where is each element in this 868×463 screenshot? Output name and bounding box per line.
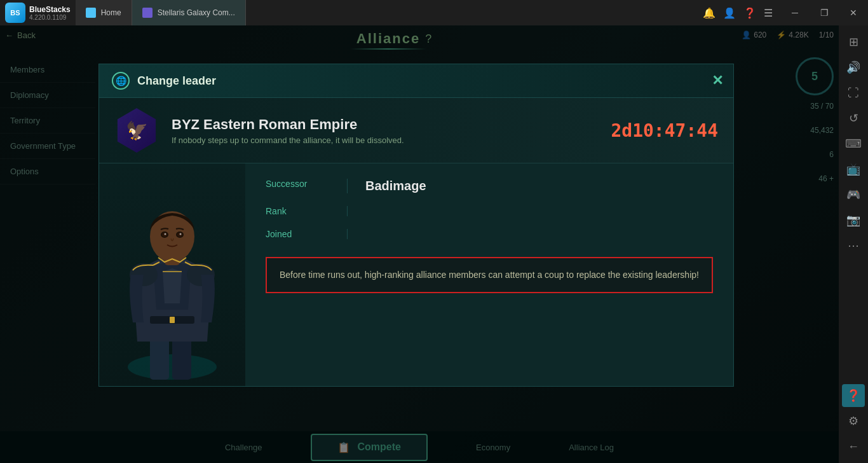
tab-game-label: Stellaris Galaxy Com...: [158, 8, 235, 17]
tab-home[interactable]: Home: [76, 0, 132, 25]
modal-content: Successor Badimage Rank Joined: [99, 163, 733, 386]
help-icon[interactable]: ❓: [743, 7, 756, 19]
sidebar-settings-icon[interactable]: ⚙: [842, 410, 865, 432]
change-leader-modal: 🌐 Change leader ✕ 🦅 BYZ Eastern Roman Em…: [98, 64, 734, 387]
alliance-name: BYZ Eastern Roman Empire: [172, 116, 598, 133]
sidebar-back-icon[interactable]: ←: [842, 435, 865, 458]
sidebar-display-icon[interactable]: 📺: [842, 158, 865, 181]
minimize-button[interactable]: ─: [780, 0, 810, 25]
row-divider-3: [347, 229, 348, 239]
maximize-button[interactable]: ❐: [810, 0, 839, 25]
titlebar-icons: 🔔 👤 ❓ ☰: [695, 7, 780, 19]
warning-text: Before time runs out, high-ranking allia…: [280, 270, 699, 280]
titlebar-controls: ─ ❐ ✕: [780, 0, 868, 25]
sidebar-fullscreen-icon[interactable]: ⛶: [842, 81, 865, 104]
character-svg: [109, 183, 236, 386]
svg-point-13: [180, 233, 182, 235]
alliance-details: BYZ Eastern Roman Empire If nobody steps…: [172, 116, 598, 145]
app-version: 4.220.0.1109: [29, 14, 71, 21]
sidebar-more-icon[interactable]: ⋯: [842, 234, 865, 257]
bluestacks-logo: BS: [5, 3, 25, 23]
alliance-badge-icon: 🦅: [126, 120, 148, 141]
modal-close-button[interactable]: ✕: [712, 73, 723, 89]
close-button[interactable]: ✕: [839, 0, 868, 25]
sidebar-keyboard-icon[interactable]: ⌨: [842, 132, 865, 155]
sidebar-rotate-icon[interactable]: ↺: [842, 107, 865, 130]
game-tab-icon: [142, 8, 153, 18]
sidebar-volume-icon[interactable]: 🔊: [842, 56, 865, 79]
joined-row: Joined: [266, 229, 713, 239]
successor-row: Successor Badimage: [266, 179, 713, 193]
modal-title: Change leader: [137, 74, 216, 88]
svg-point-12: [165, 233, 166, 235]
app-logo: BS BlueStacks 4.220.0.1109: [0, 3, 76, 23]
game-area: ← Back Alliance ? 👤 620 ⚡ 4.28K 1/10 Mem…: [0, 25, 839, 463]
alliance-badge: 🦅: [114, 108, 159, 153]
row-divider-2: [347, 206, 348, 216]
sidebar-help-icon[interactable]: ❓: [842, 384, 865, 407]
tab-game[interactable]: Stellaris Galaxy Com...: [132, 0, 246, 25]
rank-label: Rank: [266, 206, 329, 216]
sidebar-camera-icon[interactable]: 📷: [842, 209, 865, 232]
notification-icon[interactable]: 🔔: [703, 7, 715, 19]
alliance-description: If nobody steps up to command the allian…: [172, 135, 598, 145]
account-icon[interactable]: 👤: [723, 7, 736, 19]
right-sidebar: ⊞ 🔊 ⛶ ↺ ⌨ 📺 🎮 📷 ⋯ ❓ ⚙ ←: [839, 25, 868, 463]
titlebar: BS BlueStacks 4.220.0.1109 Home Stellari…: [0, 0, 868, 25]
row-divider-1: [347, 179, 348, 193]
home-tab-icon: [86, 8, 96, 18]
warning-box: Before time runs out, high-ranking allia…: [266, 257, 713, 293]
successor-label: Successor: [266, 179, 329, 189]
svg-rect-15: [170, 317, 175, 323]
successor-value: Badimage: [365, 179, 426, 193]
countdown-timer: 2d10:47:44: [611, 120, 718, 141]
rank-row: Rank: [266, 206, 713, 216]
character-portrait: [99, 163, 245, 386]
alliance-info-section: 🦅 BYZ Eastern Roman Empire If nobody ste…: [99, 98, 733, 163]
sidebar-gamepad-icon[interactable]: 🎮: [842, 183, 865, 206]
modal-header: 🌐 Change leader ✕: [99, 64, 733, 98]
info-panel: Successor Badimage Rank Joined: [245, 163, 733, 386]
menu-icon[interactable]: ☰: [764, 7, 773, 19]
sidebar-restore-icon[interactable]: ⊞: [842, 31, 865, 53]
tab-home-label: Home: [101, 8, 121, 17]
app-name: BlueStacks: [29, 5, 71, 14]
globe-icon: 🌐: [112, 72, 130, 90]
joined-label: Joined: [266, 229, 329, 239]
